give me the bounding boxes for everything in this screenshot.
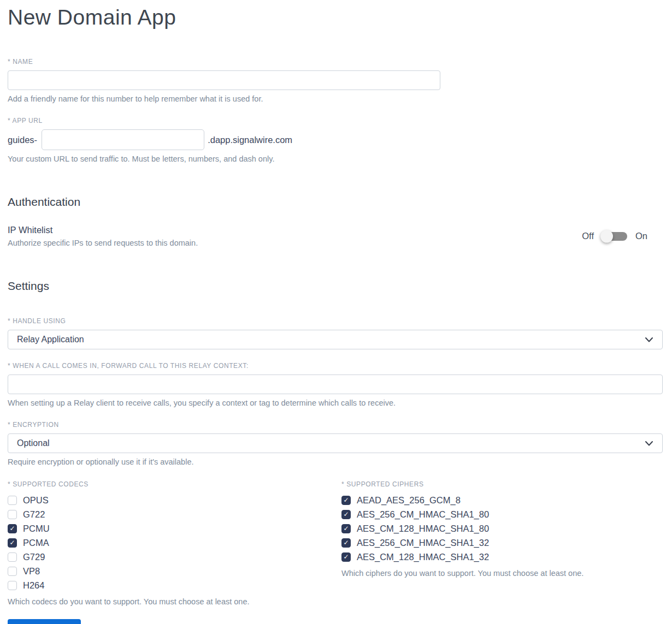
- checkbox-option-aead-aes-256-gcm-8[interactable]: ✓AEAD_AES_256_GCM_8: [341, 493, 663, 507]
- checkbox-option-vp8[interactable]: VP8: [8, 564, 341, 578]
- new-domain-app-form: New Domain App * NAME Add a friendly nam…: [0, 0, 672, 624]
- toggle-off-label: Off: [582, 231, 594, 241]
- checkbox-label: AES_256_CM_HMAC_SHA1_80: [357, 509, 489, 520]
- toggle-on-label: On: [635, 231, 647, 241]
- handle-using-select[interactable]: Relay Application: [8, 330, 663, 349]
- ip-whitelist-label: IP Whitelist: [8, 224, 198, 236]
- checkbox-unchecked-icon[interactable]: [8, 581, 17, 590]
- toggle-knob[interactable]: [600, 230, 613, 242]
- encryption-help-text: Require encryption or optionally use it …: [8, 456, 663, 467]
- ip-whitelist-help-text: Authorize specific IPs to send requests …: [8, 237, 198, 248]
- relay-context-input[interactable]: [8, 375, 663, 394]
- ciphers-help-text: Which ciphers do you want to support. Yo…: [341, 568, 663, 579]
- handle-using-value: Relay Application: [17, 335, 84, 344]
- save-button[interactable]: Save: [8, 619, 81, 624]
- handle-using-label: * HANDLE USING: [8, 317, 663, 325]
- checkbox-label: PCMU: [23, 524, 50, 534]
- encryption-select[interactable]: Optional: [8, 433, 663, 453]
- encryption-group: * ENCRYPTION Optional Require encryption…: [8, 421, 663, 467]
- settings-heading: Settings: [8, 279, 663, 293]
- checkbox-unchecked-icon[interactable]: [8, 567, 17, 576]
- checkbox-unchecked-icon[interactable]: [8, 510, 17, 519]
- name-help-text: Add a friendly name for this number to h…: [8, 93, 663, 104]
- checkbox-unchecked-icon[interactable]: [8, 552, 17, 562]
- checkbox-label: G729: [23, 552, 45, 562]
- codecs-help-text: Which codecs do you want to support. You…: [8, 596, 341, 607]
- checkbox-checked-icon[interactable]: ✓: [8, 538, 17, 548]
- name-label: * NAME: [8, 58, 663, 66]
- checkbox-checked-icon[interactable]: ✓: [341, 552, 351, 562]
- app-url-suffix: .dapp.signalwire.com: [208, 135, 292, 145]
- checkbox-option-aes-cm-128-hmac-sha1-32[interactable]: ✓AES_CM_128_HMAC_SHA1_32: [341, 550, 663, 564]
- settings-section: Settings * HANDLE USING Relay Applicatio…: [8, 279, 663, 624]
- checkbox-label: H264: [23, 580, 44, 591]
- app-url-label: * APP URL: [8, 117, 663, 124]
- checkbox-label: VP8: [23, 566, 40, 577]
- checkbox-option-aes-cm-128-hmac-sha1-80[interactable]: ✓AES_CM_128_HMAC_SHA1_80: [341, 521, 663, 536]
- app-url-prefix: guides-: [8, 135, 37, 145]
- page-title: New Domain App: [8, 4, 663, 31]
- chevron-down-icon: [645, 335, 653, 344]
- authentication-section: Authentication IP Whitelist Authorize sp…: [8, 195, 663, 248]
- chevron-down-icon: [645, 439, 653, 448]
- codecs-checkbox-list: OPUSG722✓PCMU✓PCMAG729VP8H264: [8, 493, 341, 592]
- handle-using-group: * HANDLE USING Relay Application: [8, 317, 663, 349]
- codecs-ciphers-columns: * SUPPORTED CODECS OPUSG722✓PCMU✓PCMAG72…: [8, 480, 663, 607]
- checkbox-option-pcmu[interactable]: ✓PCMU: [8, 521, 341, 536]
- app-url-row: guides- .dapp.signalwire.com: [8, 129, 663, 150]
- ip-whitelist-toggle-group: Off On: [582, 231, 663, 241]
- checkbox-checked-icon[interactable]: ✓: [341, 510, 351, 519]
- relay-context-label: * WHEN A CALL COMES IN, FORWARD CALL TO …: [8, 362, 663, 370]
- encryption-label: * ENCRYPTION: [8, 421, 663, 429]
- supported-ciphers-group: * SUPPORTED CIPHERS ✓AEAD_AES_256_GCM_8✓…: [341, 480, 663, 607]
- app-url-field-group: * APP URL guides- .dapp.signalwire.com Y…: [8, 117, 663, 164]
- checkbox-label: PCMA: [23, 538, 49, 548]
- checkbox-checked-icon[interactable]: ✓: [341, 496, 351, 505]
- checkbox-label: AES_256_CM_HMAC_SHA1_32: [357, 538, 489, 548]
- checkbox-option-opus[interactable]: OPUS: [8, 493, 341, 507]
- ip-whitelist-text: IP Whitelist Authorize specific IPs to s…: [8, 224, 198, 248]
- name-input[interactable]: [8, 70, 440, 90]
- ciphers-checkbox-list: ✓AEAD_AES_256_GCM_8✓AES_256_CM_HMAC_SHA1…: [341, 493, 663, 564]
- checkbox-option-pcma[interactable]: ✓PCMA: [8, 536, 341, 550]
- supported-codecs-group: * SUPPORTED CODECS OPUSG722✓PCMU✓PCMAG72…: [8, 480, 341, 607]
- relay-context-group: * WHEN A CALL COMES IN, FORWARD CALL TO …: [8, 362, 663, 408]
- checkbox-option-h264[interactable]: H264: [8, 578, 341, 592]
- encryption-value: Optional: [17, 438, 50, 448]
- checkbox-option-g729[interactable]: G729: [8, 550, 341, 564]
- checkbox-checked-icon[interactable]: ✓: [341, 524, 351, 533]
- checkbox-option-g722[interactable]: G722: [8, 507, 341, 521]
- checkbox-checked-icon[interactable]: ✓: [341, 538, 351, 548]
- authentication-heading: Authentication: [8, 195, 663, 209]
- checkbox-option-aes-256-cm-hmac-sha1-80[interactable]: ✓AES_256_CM_HMAC_SHA1_80: [341, 507, 663, 521]
- relay-context-help-text: When setting up a Relay client to receiv…: [8, 397, 663, 408]
- supported-ciphers-label: * SUPPORTED CIPHERS: [341, 480, 663, 488]
- checkbox-label: OPUS: [23, 495, 49, 506]
- checkbox-label: AES_CM_128_HMAC_SHA1_80: [357, 524, 489, 534]
- checkbox-option-aes-256-cm-hmac-sha1-32[interactable]: ✓AES_256_CM_HMAC_SHA1_32: [341, 536, 663, 550]
- app-url-input[interactable]: [42, 129, 204, 150]
- checkbox-checked-icon[interactable]: ✓: [8, 524, 17, 533]
- name-field-group: * NAME Add a friendly name for this numb…: [8, 58, 663, 104]
- checkbox-unchecked-icon[interactable]: [8, 496, 17, 505]
- ip-whitelist-toggle[interactable]: [602, 232, 627, 241]
- checkbox-label: AEAD_AES_256_GCM_8: [357, 495, 461, 506]
- ip-whitelist-row: IP Whitelist Authorize specific IPs to s…: [8, 224, 663, 248]
- checkbox-label: G722: [23, 509, 45, 520]
- supported-codecs-label: * SUPPORTED CODECS: [8, 480, 341, 488]
- checkbox-label: AES_CM_128_HMAC_SHA1_32: [357, 552, 489, 562]
- app-url-help-text: Your custom URL to send traffic to. Must…: [8, 153, 663, 164]
